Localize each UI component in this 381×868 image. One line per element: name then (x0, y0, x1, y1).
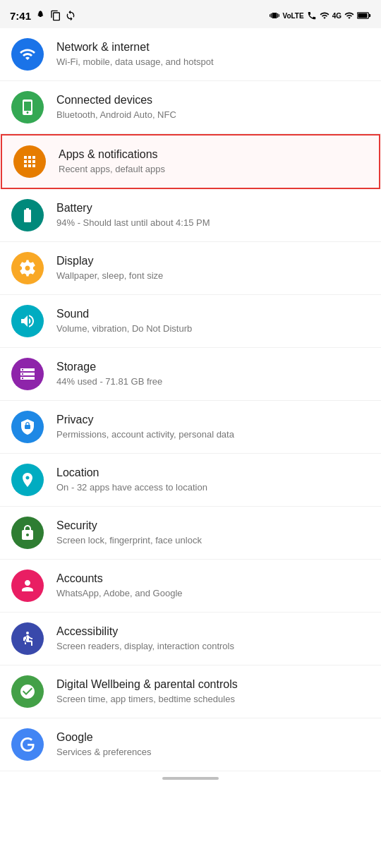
storage-subtitle: 44% used - 71.81 GB free (56, 376, 370, 388)
google-text: Google Services & preferences (56, 730, 370, 759)
accessibility-icon-circle (11, 622, 44, 655)
accounts-title: Accounts (56, 572, 370, 586)
battery-title: Battery (56, 201, 370, 216)
battery-icon (357, 11, 371, 20)
network-text: Network & internet Wi-Fi, mobile, data u… (56, 40, 370, 68)
location-icon (19, 471, 36, 488)
battery-text: Battery 94% - Should last until about 4:… (56, 201, 370, 229)
privacy-subtitle: Permissions, account activity, personal … (56, 429, 370, 441)
storage-icon-circle (11, 358, 44, 390)
wellbeing-title: Digital Wellbeing & parental controls (56, 677, 370, 692)
settings-item-wellbeing[interactable]: Digital Wellbeing & parental controls Sc… (0, 665, 381, 718)
location-text: Location On - 32 apps have access to loc… (56, 466, 370, 494)
display-text: Display Wallpaper, sleep, font size (56, 254, 370, 282)
privacy-title: Privacy (56, 413, 370, 428)
settings-item-google[interactable]: Google Services & preferences (0, 718, 381, 771)
privacy-icon (19, 418, 36, 435)
apps-icon-circle (13, 145, 46, 178)
apps-icon (21, 153, 38, 170)
status-bar: 7:41 VoLTE (0, 0, 381, 28)
volte-icon: VoLTE (282, 12, 303, 20)
sync-icon (65, 10, 76, 21)
svg-rect-1 (369, 14, 371, 17)
accessibility-text: Accessibility Screen readers, display, i… (56, 625, 370, 653)
svg-point-3 (26, 632, 29, 634)
settings-item-sound[interactable]: Sound Volume, vibration, Do Not Disturb (0, 295, 381, 348)
clipboard-icon (50, 10, 61, 21)
connected-icon (19, 99, 36, 116)
location-title: Location (56, 466, 370, 481)
accessibility-subtitle: Screen readers, display, interaction con… (56, 641, 370, 653)
settings-item-apps[interactable]: Apps & notifications Recent apps, defaul… (1, 134, 380, 189)
signal-icon (320, 11, 329, 20)
settings-item-privacy[interactable]: Privacy Permissions, account activity, p… (0, 401, 381, 454)
settings-item-accessibility[interactable]: Accessibility Screen readers, display, i… (0, 613, 381, 665)
battery-subtitle: 94% - Should last until about 4:15 PM (56, 217, 370, 229)
settings-list: Network & internet Wi-Fi, mobile, data u… (0, 28, 381, 771)
settings-item-security[interactable]: Security Screen lock, fingerprint, face … (0, 507, 381, 560)
connected-text: Connected devices Bluetooth, Android Aut… (56, 93, 370, 121)
storage-title: Storage (56, 360, 370, 375)
sound-icon-circle (11, 305, 44, 337)
google-subtitle: Services & preferences (56, 747, 370, 759)
security-text: Security Screen lock, fingerprint, face … (56, 519, 370, 547)
settings-item-network[interactable]: Network & internet Wi-Fi, mobile, data u… (0, 28, 381, 81)
location-subtitle: On - 32 apps have access to location (56, 482, 370, 494)
accounts-subtitle: WhatsApp, Adobe, and Google (56, 588, 370, 600)
status-time: 7:41 (10, 10, 31, 22)
accessibility-title: Accessibility (56, 625, 370, 639)
settings-item-connected[interactable]: Connected devices Bluetooth, Android Aut… (0, 81, 381, 134)
settings-item-display[interactable]: Display Wallpaper, sleep, font size (0, 242, 381, 295)
storage-text: Storage 44% used - 71.81 GB free (56, 360, 370, 388)
signal2-icon (344, 11, 354, 20)
svg-rect-2 (358, 13, 367, 18)
security-icon (19, 524, 36, 541)
battery-icon-circle (11, 199, 44, 231)
connected-title: Connected devices (56, 93, 370, 108)
status-left: 7:41 (10, 10, 76, 22)
accounts-icon (19, 577, 36, 594)
settings-item-location[interactable]: Location On - 32 apps have access to loc… (0, 454, 381, 507)
apps-text: Apps & notifications Recent apps, defaul… (59, 147, 368, 176)
wellbeing-icon-circle (11, 675, 44, 708)
network-icon-circle (11, 38, 44, 71)
sound-title: Sound (56, 307, 370, 322)
wellbeing-text: Digital Wellbeing & parental controls Sc… (56, 677, 370, 706)
google-icon (19, 736, 36, 753)
display-subtitle: Wallpaper, sleep, font size (56, 270, 370, 282)
accessibility-icon (19, 630, 36, 647)
scroll-bar (162, 777, 219, 780)
wellbeing-icon (19, 683, 36, 700)
connected-icon-circle (11, 91, 44, 123)
status-left-icons (35, 10, 76, 21)
display-icon-circle (11, 252, 44, 284)
display-icon (19, 260, 36, 277)
security-title: Security (56, 519, 370, 534)
security-subtitle: Screen lock, fingerprint, face unlock (56, 535, 370, 547)
google-title: Google (56, 730, 370, 745)
status-right: VoLTE 4G (270, 11, 371, 20)
google-icon-circle (11, 728, 44, 761)
location-icon-circle (11, 464, 44, 496)
accounts-icon-circle (11, 569, 44, 602)
scroll-indicator (0, 771, 381, 784)
settings-item-accounts[interactable]: Accounts WhatsApp, Adobe, and Google (0, 560, 381, 613)
privacy-text: Privacy Permissions, account activity, p… (56, 413, 370, 441)
accounts-text: Accounts WhatsApp, Adobe, and Google (56, 572, 370, 600)
settings-item-storage[interactable]: Storage 44% used - 71.81 GB free (0, 348, 381, 401)
settings-item-battery[interactable]: Battery 94% - Should last until about 4:… (0, 189, 381, 242)
vibrate-icon (270, 11, 279, 20)
connected-subtitle: Bluetooth, Android Auto, NFC (56, 109, 370, 121)
sound-subtitle: Volume, vibration, Do Not Disturb (56, 323, 370, 335)
display-title: Display (56, 254, 370, 269)
wifi-calling-icon (307, 11, 317, 20)
apps-title: Apps & notifications (59, 147, 368, 162)
security-icon-circle (11, 517, 44, 549)
apps-subtitle: Recent apps, default apps (59, 164, 368, 176)
sound-text: Sound Volume, vibration, Do Not Disturb (56, 307, 370, 335)
battery-setting-icon (19, 207, 36, 224)
sound-icon (19, 313, 36, 330)
wellbeing-subtitle: Screen time, app timers, bedtime schedul… (56, 694, 370, 706)
4g-icon: 4G (332, 12, 341, 20)
snapchat-icon (35, 10, 47, 21)
